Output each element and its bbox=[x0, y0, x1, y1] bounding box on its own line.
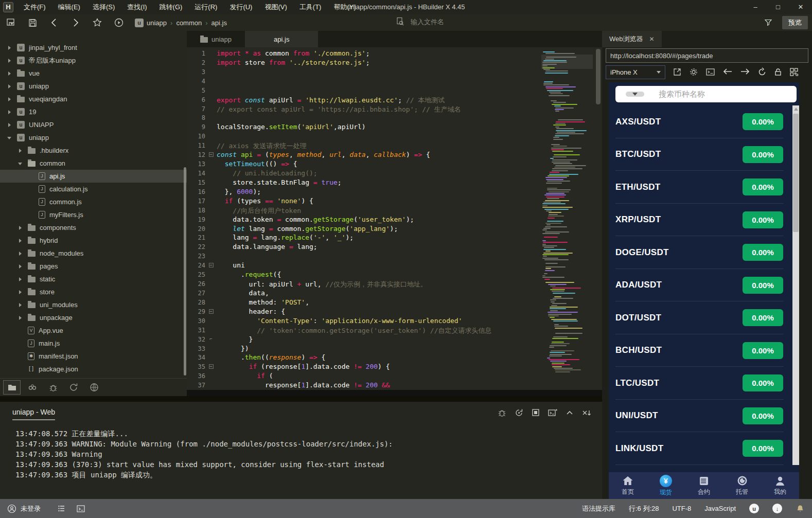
settings-icon[interactable] bbox=[689, 67, 698, 77]
tree-item-jinpai_yhyl_front[interactable]: ujinpai_yhyl_front bbox=[0, 41, 187, 54]
console-tab[interactable]: uniapp - Web bbox=[12, 408, 55, 420]
menu-item[interactable]: 查找(I) bbox=[121, 0, 153, 14]
maximize-button[interactable]: □ bbox=[767, 0, 789, 14]
tree-item-uni_modules[interactable]: uni_modules bbox=[0, 298, 187, 311]
tabbar-item-我的[interactable]: 我的 bbox=[761, 472, 799, 499]
menu-item[interactable]: 文件(F) bbox=[17, 0, 52, 14]
search-panel-icon[interactable] bbox=[24, 380, 41, 395]
tree-item-api.js[interactable]: Japi.js bbox=[0, 170, 187, 183]
bell-icon[interactable] bbox=[796, 504, 805, 513]
clear-icon[interactable] bbox=[581, 408, 592, 418]
tree-item-manifest.json[interactable]: ✱manifest.json bbox=[0, 350, 187, 363]
chevron-right-icon[interactable] bbox=[17, 250, 24, 257]
stop-icon[interactable] bbox=[531, 408, 540, 418]
forward-icon[interactable] bbox=[740, 67, 750, 77]
code-area[interactable]: 1import * as common from './common.js';2… bbox=[187, 47, 602, 390]
close-button[interactable]: ✕ bbox=[789, 0, 812, 14]
tree-item-package.json[interactable]: [ ]package.json bbox=[0, 363, 187, 376]
chevron-down-icon[interactable] bbox=[6, 134, 13, 141]
chevron-right-icon[interactable] bbox=[17, 276, 24, 283]
fold-marker[interactable]: – bbox=[205, 261, 217, 271]
tree-item-帝启版本uniapp[interactable]: u帝启版本uniapp bbox=[0, 54, 187, 67]
menu-item[interactable]: 视图(V) bbox=[258, 0, 293, 14]
browser-tab[interactable]: Web浏览器 ✕ bbox=[602, 31, 662, 47]
address-bar[interactable] bbox=[606, 48, 808, 63]
sync-panel-icon[interactable] bbox=[65, 380, 82, 395]
tree-item-19[interactable]: u19 bbox=[0, 105, 187, 118]
pair-row-BCH/USDT[interactable]: BCH/USDT0.00% bbox=[609, 334, 792, 367]
tree-item-uniapp[interactable]: uuniapp bbox=[0, 80, 187, 93]
chevron-right-icon[interactable] bbox=[17, 147, 24, 154]
chevron-right-icon[interactable] bbox=[17, 237, 24, 244]
fold-marker[interactable]: – bbox=[205, 308, 217, 317]
console-icon[interactable] bbox=[705, 67, 715, 77]
pair-change-badge[interactable]: 0.00% bbox=[743, 178, 783, 195]
pair-change-badge[interactable]: 0.00% bbox=[743, 407, 783, 424]
new-terminal-icon[interactable] bbox=[548, 408, 558, 418]
scrollbar-thumb[interactable] bbox=[793, 114, 799, 232]
tree-item-main.js[interactable]: Jmain.js bbox=[0, 337, 187, 350]
pair-change-badge[interactable]: 0.00% bbox=[743, 113, 783, 130]
tree-item-myFilters.js[interactable]: JmyFilters.js bbox=[0, 208, 187, 221]
tree-item-uniapp[interactable]: uuniapp bbox=[0, 131, 187, 144]
open-in-browser-icon[interactable] bbox=[673, 67, 682, 77]
tree-item-vueqiangdan[interactable]: vueqiangdan bbox=[0, 93, 187, 105]
breadcrumb-project[interactable]: uniapp bbox=[147, 19, 167, 27]
pair-row-BTC/USDT[interactable]: BTC/USDT0.00% bbox=[609, 138, 792, 171]
chevron-right-icon[interactable] bbox=[6, 83, 13, 90]
forward-icon[interactable] bbox=[68, 16, 83, 29]
back-icon[interactable] bbox=[722, 67, 733, 77]
pair-change-badge[interactable]: 0.00% bbox=[743, 309, 783, 326]
chevron-right-icon[interactable] bbox=[17, 263, 24, 270]
tree-scrollbar[interactable] bbox=[184, 167, 186, 376]
file-search-input[interactable] bbox=[411, 18, 498, 26]
pair-change-badge[interactable]: 0.00% bbox=[743, 342, 783, 359]
editor-tab-api.js[interactable]: api.js bbox=[245, 31, 318, 47]
pair-change-badge[interactable]: 0.00% bbox=[743, 440, 783, 457]
debug-panel-icon[interactable] bbox=[44, 380, 62, 395]
save-icon[interactable] bbox=[25, 16, 40, 29]
download-circle-icon[interactable]: ↓ bbox=[772, 504, 782, 513]
pair-row-ETH/USDT[interactable]: ETH/USDT0.00% bbox=[609, 171, 792, 204]
restart-icon[interactable] bbox=[514, 408, 524, 418]
chevron-right-icon[interactable] bbox=[17, 314, 24, 321]
syntax-hint-lib[interactable]: 语法提示库 bbox=[582, 504, 615, 513]
chevron-right-icon[interactable] bbox=[17, 301, 24, 309]
search-type-dropdown[interactable] bbox=[626, 92, 644, 97]
network-panel-icon[interactable] bbox=[85, 380, 103, 395]
fold-marker[interactable]: – bbox=[205, 151, 217, 160]
preview-scrollbar[interactable] bbox=[792, 105, 799, 465]
pair-row-LTC/USDT[interactable]: LTC/USDT0.00% bbox=[609, 367, 792, 400]
outline-list-icon[interactable] bbox=[57, 504, 66, 513]
pair-row-ADA/USDT[interactable]: ADA/USDT0.00% bbox=[609, 269, 792, 302]
tabbar-item-现货[interactable]: ¥现货 bbox=[647, 472, 685, 499]
collapse-icon[interactable] bbox=[565, 408, 574, 418]
tree-item-App.vue[interactable]: VApp.vue bbox=[0, 324, 187, 337]
tabbar-item-托管[interactable]: 托管 bbox=[723, 472, 761, 499]
pair-row-DOGE/USDT[interactable]: DOGE/USDT0.00% bbox=[609, 236, 792, 269]
file-search[interactable] bbox=[395, 16, 498, 27]
chevron-right-icon[interactable] bbox=[6, 57, 13, 64]
qrcode-icon[interactable] bbox=[789, 67, 799, 77]
language-mode[interactable]: JavaScript bbox=[704, 505, 736, 512]
breadcrumb-folder[interactable]: common bbox=[176, 19, 202, 27]
tree-item-unpackage[interactable]: unpackage bbox=[0, 311, 187, 324]
tree-item-hybrid[interactable]: hybrid bbox=[0, 234, 187, 247]
chevron-right-icon[interactable] bbox=[6, 121, 13, 129]
menu-item[interactable]: 选择(S) bbox=[86, 0, 121, 14]
menu-item[interactable]: 编辑(E) bbox=[52, 0, 86, 14]
tree-item-store[interactable]: store bbox=[0, 285, 187, 298]
pair-change-badge[interactable]: 0.00% bbox=[743, 277, 783, 294]
breadcrumb-file[interactable]: api.js bbox=[211, 19, 227, 27]
preview-button[interactable]: 预览 bbox=[782, 16, 808, 29]
tree-item-vue[interactable]: vue bbox=[0, 67, 187, 80]
cursor-position[interactable]: 行:6 列:28 bbox=[629, 504, 659, 513]
menu-item[interactable]: 工具(T) bbox=[293, 0, 328, 14]
tree-item-node_modules[interactable]: node_modules bbox=[0, 247, 187, 260]
tree-item-common.js[interactable]: Jcommon.js bbox=[0, 195, 187, 208]
new-project-icon[interactable] bbox=[3, 16, 19, 29]
pair-change-badge[interactable]: 0.00% bbox=[743, 211, 783, 228]
minimize-button[interactable]: – bbox=[744, 0, 767, 14]
editor-tab-uniapp[interactable]: uniapp bbox=[187, 31, 245, 47]
pair-row-AXS/USDT[interactable]: AXS/USDT0.00% bbox=[609, 105, 792, 138]
